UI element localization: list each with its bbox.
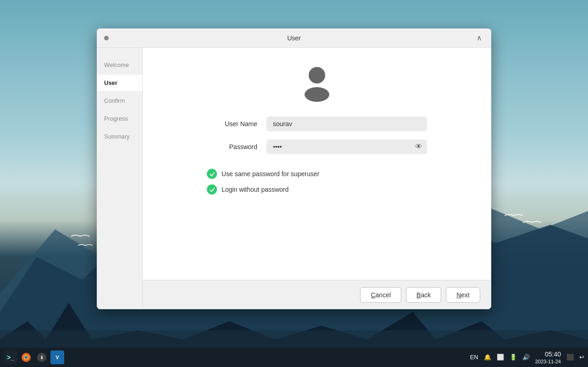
password-row: Password 👁 xyxy=(207,139,427,154)
next-label-rest: ext xyxy=(461,291,470,299)
window-dot xyxy=(104,36,109,40)
password-label: Password xyxy=(207,143,257,150)
password-input-wrap: 👁 xyxy=(266,139,427,154)
checkbox-nopwd-row: Login without password xyxy=(207,184,427,195)
dialog-title: User xyxy=(287,34,301,42)
close-button[interactable]: ∧ xyxy=(474,33,485,44)
setup-sidebar: Welcome User Confirm Progress Summary xyxy=(97,48,143,309)
checkbox-nopwd-label: Login without password xyxy=(222,186,288,193)
dialog-titlebar: User ∧ xyxy=(97,28,491,48)
taskbar-volume-icon[interactable]: 🔊 xyxy=(522,354,530,361)
user-form: User Name Password 👁 xyxy=(207,117,427,162)
username-label: User Name xyxy=(207,120,257,128)
taskbar-time-display: 05:40 xyxy=(545,350,561,358)
taskbar-installer-icon[interactable]: ⬇ xyxy=(35,350,49,364)
svg-point-4 xyxy=(309,67,325,83)
svg-point-8 xyxy=(25,356,28,359)
checkbox-superuser-row: Use same password for superuser xyxy=(207,169,427,179)
sidebar-item-summary[interactable]: Summary xyxy=(97,128,142,145)
checkbox-section: Use same password for superuser Login wi… xyxy=(207,169,427,200)
taskbar-varia-icon[interactable]: V xyxy=(50,350,64,364)
username-input[interactable] xyxy=(266,117,427,131)
content-area: User Name Password 👁 xyxy=(143,48,491,280)
taskbar-logout-icon[interactable]: ↩ xyxy=(579,354,584,361)
checkbox-superuser-label: Use same password for superuser xyxy=(222,170,319,178)
sidebar-item-welcome[interactable]: Welcome xyxy=(97,57,142,73)
taskbar: >_ ⬇ V EN 🔔 ⬜ 🔋 🔊 xyxy=(0,348,588,367)
svg-point-5 xyxy=(305,87,329,102)
password-input[interactable] xyxy=(266,139,427,154)
svg-text:V: V xyxy=(55,355,59,360)
cancel-label-rest: ancel xyxy=(376,291,391,299)
next-button[interactable]: Next xyxy=(446,287,480,303)
taskbar-locale: EN xyxy=(470,354,478,361)
password-toggle-icon[interactable]: 👁 xyxy=(415,143,422,151)
svg-text:⬇: ⬇ xyxy=(40,355,44,360)
taskbar-firefox-icon[interactable] xyxy=(19,350,33,364)
dialog-footer: Cancel Back Next xyxy=(143,280,491,309)
sidebar-item-confirm[interactable]: Confirm xyxy=(97,93,142,109)
cancel-button[interactable]: Cancel xyxy=(360,287,401,303)
taskbar-system-tray: EN 🔔 ⬜ 🔋 🔊 05:40 2023-11-24 ⬛ ↩ xyxy=(470,350,584,365)
svg-rect-3 xyxy=(0,330,588,349)
main-content-area: User Name Password 👁 xyxy=(143,48,491,309)
username-input-wrap xyxy=(266,117,427,131)
sidebar-item-progress[interactable]: Progress xyxy=(97,111,142,127)
user-setup-dialog: User ∧ Welcome User Confirm Progress Sum… xyxy=(97,28,491,309)
taskbar-screenshot-icon[interactable]: ⬛ xyxy=(566,354,574,361)
taskbar-date-display: 2023-11-24 xyxy=(535,358,561,365)
taskbar-battery-icon[interactable]: 🔋 xyxy=(510,354,517,361)
back-label-rest: ack xyxy=(421,291,431,299)
user-avatar xyxy=(296,61,338,103)
taskbar-notification-icon[interactable]: 🔔 xyxy=(484,354,491,361)
check-nopwd-icon[interactable] xyxy=(207,184,217,195)
taskbar-terminal-icon[interactable]: >_ xyxy=(4,350,17,364)
taskbar-clock: 05:40 2023-11-24 xyxy=(535,350,561,365)
sidebar-item-user[interactable]: User xyxy=(97,75,142,91)
username-row: User Name xyxy=(207,117,427,131)
taskbar-app-icons: >_ ⬇ V xyxy=(4,350,64,364)
back-button[interactable]: Back xyxy=(406,287,441,303)
taskbar-display-icon[interactable]: ⬜ xyxy=(497,354,504,361)
check-superuser-icon[interactable] xyxy=(207,169,217,179)
dialog-body: Welcome User Confirm Progress Summary xyxy=(97,48,491,309)
